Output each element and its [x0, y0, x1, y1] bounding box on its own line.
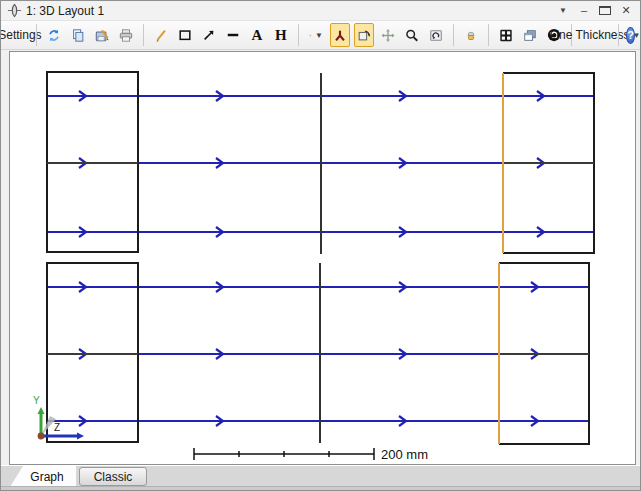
- lens-icon: [7, 3, 22, 18]
- window-bottom-edge: [1, 486, 641, 491]
- magnifier-icon: [405, 27, 419, 44]
- save-button[interactable]: [92, 23, 112, 47]
- scale-label: 200 mm: [381, 447, 428, 462]
- coordinate-triad: Y Z: [33, 395, 84, 440]
- orientation-button[interactable]: ▼: [306, 23, 326, 47]
- layout-window: 1: 3D Layout 1 ▼ – ✕ Settings: [0, 0, 641, 491]
- toolbar-separator: [36, 24, 37, 46]
- toolbar-separator: [618, 24, 619, 46]
- rotate-view-button[interactable]: [354, 23, 374, 47]
- undo-rotate-button[interactable]: [426, 23, 446, 47]
- cascade-windows-icon: [523, 27, 537, 44]
- x-axis-dot: [38, 433, 45, 440]
- minimize-icon[interactable]: –: [578, 5, 590, 16]
- copy-button[interactable]: [68, 23, 88, 47]
- zoom-button[interactable]: [402, 23, 422, 47]
- lens-element-left: [47, 263, 138, 442]
- help-button[interactable]: ?: [626, 27, 635, 44]
- lamp-icon: [464, 27, 478, 44]
- settings-button[interactable]: Settings: [6, 23, 29, 47]
- axis-3d-icon: [309, 27, 312, 44]
- tab-classic[interactable]: Classic: [79, 467, 147, 486]
- pencil-icon: [154, 27, 168, 44]
- lens-group-top: [47, 72, 594, 254]
- print-icon: [119, 27, 133, 44]
- ray-arrowheads: [79, 91, 544, 237]
- rotate-tool-button[interactable]: [330, 23, 350, 47]
- maximize-icon[interactable]: [599, 6, 611, 15]
- toolbar-separator: [298, 24, 299, 46]
- dimension-tool-button[interactable]: H: [271, 23, 291, 47]
- scale-bar: 200 mm: [194, 447, 428, 462]
- tab-graph-label: Graph: [30, 470, 63, 484]
- layout-canvas[interactable]: 200 mm Y Z: [9, 51, 636, 465]
- toolbar-separator: [143, 24, 144, 46]
- line-tool-button[interactable]: [223, 23, 243, 47]
- view-tab-bar: Graph Classic: [1, 465, 641, 486]
- layout-drawing: 200 mm Y Z: [10, 52, 635, 464]
- pencil-tool-button[interactable]: [151, 23, 171, 47]
- refresh-icon: [47, 27, 61, 44]
- tab-graph[interactable]: Graph: [10, 466, 76, 487]
- toolbar: Settings: [1, 21, 640, 50]
- dimension-tool-label: H: [275, 27, 287, 44]
- rectangle-icon: [178, 26, 192, 44]
- arrow-icon: [202, 26, 216, 44]
- tab-classic-label: Classic: [94, 470, 133, 484]
- dropdown-caret-icon: ▼: [315, 31, 323, 40]
- help-label: ?: [627, 29, 634, 41]
- toolbar-separator: [488, 24, 489, 46]
- pan-arrows-icon: [381, 27, 395, 44]
- title-bar[interactable]: 1: 3D Layout 1 ▼ – ✕: [1, 1, 640, 21]
- window-menu-caret-icon[interactable]: ▼: [557, 5, 569, 16]
- rotate-box-icon: [357, 27, 371, 44]
- line-icon: [226, 26, 240, 44]
- refresh-button[interactable]: [44, 23, 64, 47]
- lighting-button[interactable]: [461, 23, 481, 47]
- z-axis-arrowhead: [77, 433, 84, 440]
- line-thickness-dropdown[interactable]: Line Thickness ▼: [579, 23, 611, 47]
- y-axis-arrowhead: [38, 407, 45, 414]
- toolbar-separator: [453, 24, 454, 46]
- cascade-windows-button[interactable]: [520, 23, 540, 47]
- text-tool-button[interactable]: A: [247, 23, 267, 47]
- y-axis-label: Y: [33, 395, 40, 406]
- z-axis-label: Z: [54, 422, 60, 433]
- text-tool-label: A: [251, 27, 262, 44]
- rectangle-tool-button[interactable]: [175, 23, 195, 47]
- window-title: 1: 3D Layout 1: [26, 4, 557, 18]
- fit-window-icon: [499, 27, 513, 44]
- copy-icon: [71, 27, 85, 44]
- arrow-tool-button[interactable]: [199, 23, 219, 47]
- print-button[interactable]: [116, 23, 136, 47]
- undo-box-icon: [429, 27, 443, 44]
- fit-window-button[interactable]: [496, 23, 516, 47]
- pan-button[interactable]: [378, 23, 398, 47]
- close-icon[interactable]: ✕: [620, 5, 632, 16]
- lens-group-bottom: [47, 263, 589, 444]
- save-icon: [95, 27, 109, 44]
- rotate-cursor-icon: [333, 27, 347, 44]
